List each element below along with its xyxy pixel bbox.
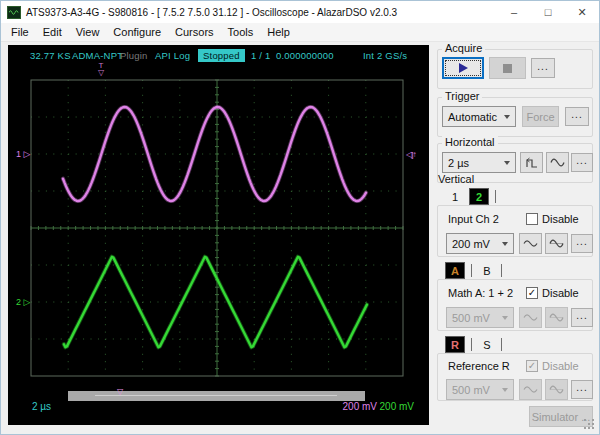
math-bandwidth-button[interactable]: [545, 307, 568, 328]
reference-range-select[interactable]: 500 mV: [446, 379, 514, 400]
reference-panel: Reference R ✓ Disable 500 mV ...: [437, 353, 593, 401]
chevron-down-icon: [504, 115, 510, 119]
input-coupling-button[interactable]: [519, 233, 542, 254]
reference-more-button[interactable]: ...: [571, 380, 593, 399]
trigger-force-button[interactable]: Force: [522, 106, 559, 127]
acquire-start-button[interactable]: [442, 57, 484, 79]
sine-axis-icon: [549, 384, 564, 395]
reference-tab-r[interactable]: R: [445, 336, 465, 353]
title-bar: ATS9373-A3-4G - S980816 - [ 7.5.2 7.5.0 …: [1, 1, 599, 23]
horizontal-group-label: Horizontal: [442, 136, 498, 148]
simulator-button[interactable]: Simulator ...: [529, 406, 593, 427]
menu-tools[interactable]: Tools: [221, 24, 261, 40]
waveform-plot: [8, 45, 429, 425]
maximize-button[interactable]: □: [531, 1, 565, 23]
input-channel-label: Input Ch 2: [448, 213, 499, 225]
timebase-value: 2 µs: [448, 157, 469, 169]
trigger-marker-arrow-icon: ▽: [96, 69, 106, 76]
chevron-down-icon: [502, 242, 508, 246]
tab-separator: [495, 190, 496, 203]
tab-separator: [501, 264, 502, 277]
math-more-button[interactable]: ...: [571, 308, 593, 327]
horizontal-more-button[interactable]: ...: [571, 153, 593, 172]
ac-wave-icon: [523, 238, 538, 249]
acquire-stop-button[interactable]: [489, 57, 526, 79]
math-coupling-button[interactable]: [519, 307, 542, 328]
channel-tab-2[interactable]: 2: [469, 188, 489, 205]
input-range-value: 200 mV: [452, 238, 490, 250]
record-scrollbar[interactable]: [68, 391, 365, 401]
input-more-button[interactable]: ...: [571, 234, 593, 253]
vertical-section-label: Vertical: [438, 173, 474, 185]
tab-separator: [471, 264, 472, 277]
minimize-button[interactable]: –: [497, 1, 531, 23]
chevron-down-icon: [504, 161, 510, 165]
channel-tab-1[interactable]: 1: [445, 188, 465, 205]
app-icon: [7, 6, 21, 19]
trigger-group-label: Trigger: [442, 90, 482, 102]
sine-axis-icon: [549, 312, 564, 323]
tab-separator: [501, 338, 502, 351]
input-range-select[interactable]: 200 mV: [446, 233, 514, 254]
channel1-label: 1: [16, 149, 21, 159]
acquire-group-label: Acquire: [442, 42, 485, 54]
channel2-zero-marker[interactable]: 2 ▷: [16, 297, 30, 307]
channel1-zero-marker[interactable]: 1 ▷: [16, 149, 30, 159]
input-bandwidth-button[interactable]: [545, 233, 568, 254]
ac-wave-icon: [523, 312, 538, 323]
trigger-more-button[interactable]: ...: [565, 107, 589, 126]
horizontal-pulse-button[interactable]: [520, 152, 543, 173]
right-triangle-icon: ▷: [24, 149, 31, 159]
tab-separator: [471, 338, 472, 351]
menu-view[interactable]: View: [69, 24, 107, 40]
menu-file[interactable]: File: [4, 24, 36, 40]
window-title: ATS9373-A3-4G - S980816 - [ 7.5.2 7.5.0 …: [26, 7, 397, 18]
math-tab-b[interactable]: B: [477, 262, 497, 279]
play-icon: [459, 63, 468, 73]
pulse-icon: [525, 157, 539, 169]
timebase-select[interactable]: 2 µs: [442, 152, 516, 173]
resize-grip[interactable]: [584, 419, 586, 421]
scope-display: 32.77 KS ADMA-NPT Plugin API Log Stopped…: [8, 45, 429, 425]
stop-icon: [503, 64, 512, 73]
ch2-scale-readout: 200 mV: [380, 401, 414, 412]
window-controls: – □ ✕: [497, 1, 599, 23]
trigger-group: Trigger Automatic Force ...: [437, 97, 593, 137]
input-channel-panel: Input Ch 2 Disable 200 mV ...: [437, 205, 593, 257]
acquire-more-button[interactable]: ...: [531, 58, 555, 78]
app-window: ATS9373-A3-4G - S980816 - [ 7.5.2 7.5.0 …: [0, 0, 600, 435]
ac-wave-icon: [523, 384, 538, 395]
reference-disable-label: Disable: [542, 360, 579, 372]
reference-range-value: 500 mV: [452, 384, 490, 396]
math-disable-checkbox[interactable]: ✓: [526, 287, 538, 299]
menu-bar: File Edit View Configure Cursors Tools H…: [1, 23, 599, 42]
sine-axis-icon: [549, 238, 564, 249]
trigger-mode-value: Automatic: [448, 111, 497, 123]
scrollbar-highlight: [95, 395, 337, 396]
math-range-select[interactable]: 500 mV: [446, 307, 514, 328]
sine-icon: [550, 157, 565, 168]
math-tab-a[interactable]: A: [445, 262, 465, 279]
reference-disable-checkbox[interactable]: ✓: [526, 360, 538, 372]
reference-tab-s[interactable]: S: [477, 336, 497, 353]
math-range-value: 500 mV: [452, 312, 490, 324]
input-disable-label: Disable: [542, 213, 579, 225]
channel2-label: 2: [16, 297, 21, 307]
timebase-readout: 2 µs: [32, 401, 51, 412]
acquire-group: Acquire ...: [437, 49, 593, 89]
trigger-position-marker[interactable]: T ▽: [96, 62, 106, 76]
menu-configure[interactable]: Configure: [106, 24, 168, 40]
scroll-trigger-marker-icon[interactable]: ▽: [117, 388, 123, 396]
menu-cursors[interactable]: Cursors: [168, 24, 221, 40]
chevron-down-icon: [502, 316, 508, 320]
reference-bandwidth-button[interactable]: [545, 379, 568, 400]
reference-coupling-button[interactable]: [519, 379, 542, 400]
trigger-mode-select[interactable]: Automatic: [442, 106, 516, 127]
menu-help[interactable]: Help: [260, 24, 297, 40]
horizontal-sine-button[interactable]: [546, 152, 569, 173]
trigger-level-marker[interactable]: ◁]↑: [406, 150, 415, 159]
input-disable-checkbox[interactable]: [526, 213, 538, 225]
math-panel: Math A: 1 + 2 ✓ Disable 500 mV ...: [437, 279, 593, 331]
menu-edit[interactable]: Edit: [36, 24, 69, 40]
close-button[interactable]: ✕: [565, 1, 599, 23]
